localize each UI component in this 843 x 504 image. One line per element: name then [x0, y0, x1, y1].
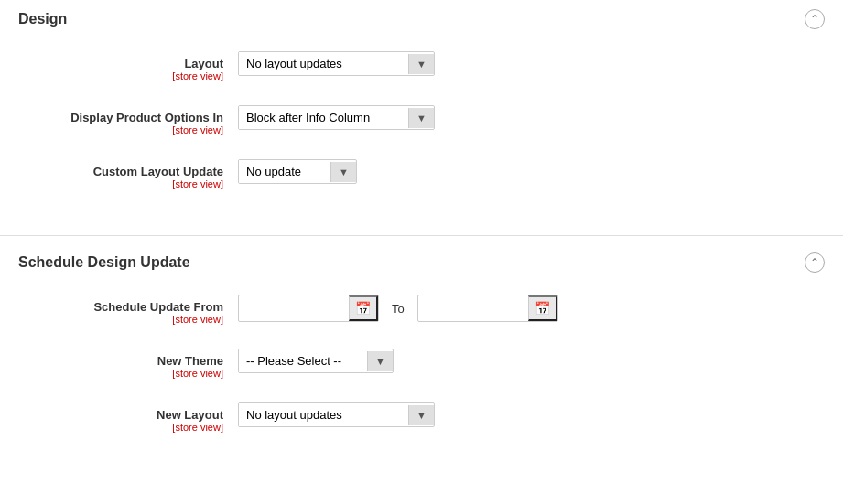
new-theme-row: New Theme [store view] -- Please Select …	[18, 345, 825, 382]
new-layout-label: New Layout	[18, 408, 223, 422]
schedule-section-title: Schedule Design Update	[18, 254, 190, 271]
schedule-section: Schedule Design Update ⌃ Schedule Update…	[0, 243, 843, 471]
layout-select-arrow: ▼	[408, 54, 434, 74]
date-to-calendar-button[interactable]: 📅	[528, 295, 557, 321]
design-section-header: Design ⌃	[0, 0, 843, 38]
layout-select[interactable]: No layout updates 1 column 2 columns wit…	[239, 52, 408, 75]
display-product-options-sub-label: [store view]	[18, 124, 223, 135]
date-from-input[interactable]	[239, 297, 349, 320]
custom-layout-select-wrapper: No update ▼	[238, 159, 357, 184]
new-layout-input-col: No layout updates 1 column 2 columns wit…	[238, 402, 435, 427]
date-from-calendar-button[interactable]: 📅	[349, 295, 378, 321]
new-theme-select[interactable]: -- Please Select --	[239, 349, 367, 372]
custom-layout-label-col: Custom Layout Update [store view]	[18, 159, 238, 189]
custom-layout-arrow: ▼	[330, 162, 356, 182]
custom-layout-sub-label: [store view]	[18, 178, 223, 189]
display-product-options-label-col: Display Product Options In [store view]	[18, 105, 238, 135]
new-layout-sub-label: [store view]	[18, 422, 223, 433]
schedule-update-from-label: Schedule Update From	[18, 300, 223, 314]
to-label: To	[386, 302, 410, 316]
new-layout-select[interactable]: No layout updates 1 column 2 columns wit…	[239, 403, 408, 426]
date-from-wrapper: 📅	[238, 295, 379, 322]
schedule-update-from-input-col: 📅 To 📅	[238, 295, 558, 322]
design-collapse-button[interactable]: ⌃	[805, 9, 825, 29]
new-theme-label-col: New Theme [store view]	[18, 349, 238, 379]
new-theme-input-col: -- Please Select -- ▼	[238, 349, 394, 373]
display-product-options-select-wrapper: Block after Info Column Product Info Col…	[238, 105, 435, 130]
section-divider	[0, 235, 843, 236]
custom-layout-select[interactable]: No update	[239, 160, 330, 183]
date-to-wrapper: 📅	[417, 295, 558, 322]
design-section-content: Layout [store view] No layout updates 1 …	[0, 38, 843, 228]
layout-input-col: No layout updates 1 column 2 columns wit…	[238, 51, 435, 76]
new-theme-label: New Theme	[18, 354, 223, 368]
schedule-update-from-sub-label: [store view]	[18, 314, 223, 325]
new-theme-select-wrapper: -- Please Select -- ▼	[238, 349, 394, 373]
design-collapse-icon: ⌃	[810, 13, 819, 26]
display-product-options-input-col: Block after Info Column Product Info Col…	[238, 105, 435, 130]
schedule-collapse-button[interactable]: ⌃	[805, 252, 825, 273]
layout-sub-label: [store view]	[18, 70, 223, 81]
design-section-title: Design	[18, 11, 67, 27]
custom-layout-row: Custom Layout Update [store view] No upd…	[18, 155, 825, 193]
display-product-options-select[interactable]: Block after Info Column Product Info Col…	[239, 106, 408, 129]
layout-row: Layout [store view] No layout updates 1 …	[18, 48, 825, 85]
custom-layout-label: Custom Layout Update	[18, 165, 223, 178]
new-layout-select-wrapper: No layout updates 1 column 2 columns wit…	[238, 402, 435, 427]
date-to-calendar-icon: 📅	[535, 301, 550, 316]
display-product-options-label: Display Product Options In	[18, 111, 223, 124]
schedule-update-from-row: Schedule Update From [store view] 📅 To 📅	[18, 291, 825, 328]
date-from-calendar-icon: 📅	[355, 301, 371, 316]
custom-layout-input-col: No update ▼	[238, 159, 357, 184]
layout-label: Layout	[18, 57, 223, 70]
schedule-update-from-label-col: Schedule Update From [store view]	[18, 295, 238, 325]
schedule-collapse-icon: ⌃	[810, 256, 819, 269]
schedule-section-content: Schedule Update From [store view] 📅 To 📅	[0, 282, 843, 471]
new-theme-sub-label: [store view]	[18, 368, 223, 379]
schedule-section-header: Schedule Design Update ⌃	[0, 243, 843, 282]
layout-label-col: Layout [store view]	[18, 51, 238, 81]
design-section: Design ⌃ Layout [store view] No layout u…	[0, 0, 843, 228]
layout-select-wrapper: No layout updates 1 column 2 columns wit…	[238, 51, 435, 76]
new-theme-arrow: ▼	[367, 351, 393, 371]
date-to-input[interactable]	[418, 297, 528, 320]
display-product-options-row: Display Product Options In [store view] …	[18, 102, 825, 139]
new-layout-row: New Layout [store view] No layout update…	[18, 399, 825, 436]
new-layout-label-col: New Layout [store view]	[18, 402, 238, 433]
new-layout-arrow: ▼	[408, 405, 434, 425]
display-product-options-arrow: ▼	[408, 108, 434, 128]
